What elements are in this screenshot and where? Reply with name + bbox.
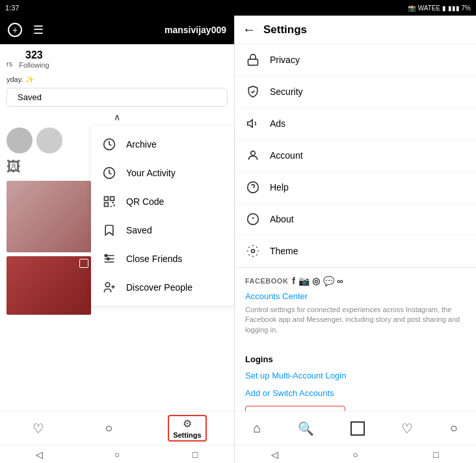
settings-gear-icon: ⚙ bbox=[183, 417, 192, 430]
menu-icon[interactable]: ☰ bbox=[31, 23, 46, 37]
settings-list: Privacy Security Ads Account bbox=[235, 44, 476, 411]
help-icon bbox=[245, 179, 261, 195]
menu-item-your-activity[interactable]: Your Activity bbox=[91, 159, 234, 187]
settings-title: Settings bbox=[263, 23, 307, 36]
story-circle-2[interactable] bbox=[36, 127, 62, 153]
right-panel: ← Settings Privacy Security Ads bbox=[235, 16, 476, 463]
nav-settings[interactable]: ⚙ Settings bbox=[168, 415, 206, 442]
settings-nav-label: Settings bbox=[173, 431, 201, 439]
settings-item-privacy[interactable]: Privacy bbox=[235, 44, 476, 76]
qr-code-label: QR Code bbox=[126, 196, 164, 207]
privacy-icon bbox=[245, 52, 261, 68]
left-top-icons: + ☰ bbox=[8, 23, 46, 37]
svg-rect-17 bbox=[248, 59, 258, 65]
ads-icon bbox=[245, 116, 261, 131]
svg-rect-2 bbox=[105, 197, 109, 201]
nav-profile[interactable]: ○ bbox=[445, 418, 463, 438]
svg-point-13 bbox=[107, 258, 109, 259]
menu-item-discover-people[interactable]: Discover People bbox=[91, 273, 234, 302]
svg-point-25 bbox=[252, 250, 255, 253]
archive-icon bbox=[101, 137, 117, 152]
nav-home[interactable]: ⌂ bbox=[248, 418, 266, 438]
svg-rect-3 bbox=[111, 197, 114, 201]
left-panel: + ☰ mansivijay009 rs 323 Following yday.… bbox=[0, 16, 234, 463]
heart-icon: ♡ bbox=[401, 421, 413, 436]
accounts-center-link[interactable]: Accounts Center bbox=[245, 291, 466, 301]
sys-back-btn-right[interactable]: ◁ bbox=[269, 448, 282, 461]
add-switch-accounts-link[interactable]: Add or Switch Accounts bbox=[245, 388, 466, 398]
reels-icon bbox=[350, 421, 365, 436]
your-activity-icon bbox=[101, 165, 117, 181]
discover-people-icon bbox=[101, 280, 117, 295]
logins-section: Logins Set up Multi-Account Login Add or… bbox=[235, 349, 476, 411]
new-post-icon[interactable]: + bbox=[8, 23, 22, 37]
sys-recents-btn-right[interactable]: □ bbox=[429, 448, 442, 461]
followers-partial: rs bbox=[7, 60, 12, 69]
bio-line: yday. ✨ bbox=[0, 74, 234, 85]
saved-button[interactable]: Saved bbox=[7, 88, 228, 107]
multi-account-login-link[interactable]: Set up Multi-Account Login bbox=[245, 371, 466, 380]
security-label: Security bbox=[270, 86, 303, 97]
logins-title: Logins bbox=[245, 354, 466, 364]
left-top-bar: + ☰ mansivijay009 bbox=[0, 16, 234, 44]
theme-label: Theme bbox=[270, 246, 298, 256]
username-label: mansivijay009 bbox=[165, 25, 226, 35]
archive-label: Archive bbox=[126, 139, 157, 150]
sys-home-button[interactable]: ○ bbox=[111, 448, 124, 461]
settings-item-theme[interactable]: Theme bbox=[235, 235, 476, 267]
chevron-up[interactable]: ∧ bbox=[0, 109, 234, 125]
following-number: 323 bbox=[25, 49, 43, 61]
menu-item-close-friends[interactable]: Close Friends bbox=[91, 245, 234, 273]
sys-recents-button[interactable]: □ bbox=[189, 448, 202, 461]
theme-icon bbox=[245, 243, 261, 259]
profile-photo-icon: 🖼 bbox=[7, 159, 21, 175]
about-icon bbox=[245, 211, 261, 227]
about-label: About bbox=[270, 214, 294, 224]
profile-image-2[interactable] bbox=[7, 256, 91, 315]
menu-item-qr-code[interactable]: QR Code bbox=[91, 187, 234, 216]
bottom-nav-right: ⌂ 🔍 ♡ ○ bbox=[235, 411, 476, 445]
settings-item-about[interactable]: About bbox=[235, 204, 476, 235]
nav-search[interactable]: 🔍 bbox=[293, 418, 319, 439]
settings-item-ads[interactable]: Ads bbox=[235, 108, 476, 140]
account-icon bbox=[245, 148, 261, 163]
help-label: Help bbox=[270, 182, 289, 192]
settings-item-account[interactable]: Account bbox=[235, 140, 476, 172]
nav-reels[interactable] bbox=[345, 419, 370, 438]
ads-label: Ads bbox=[270, 118, 285, 129]
facebook-section: FACEBOOK f 📷 ◎ 💬 ∞ Accounts Center Contr… bbox=[235, 267, 476, 349]
bottom-nav-left: ♡ ○ ⚙ Settings bbox=[0, 411, 234, 445]
following-stat: 323 Following bbox=[19, 49, 49, 69]
sys-home-btn-right[interactable]: ○ bbox=[349, 448, 362, 461]
saved-label: Saved bbox=[126, 225, 152, 235]
account-label: Account bbox=[270, 150, 303, 161]
nav-heart[interactable]: ♡ bbox=[27, 418, 49, 439]
facebook-icons: f 📷 ◎ 💬 ∞ bbox=[292, 276, 343, 286]
facebook-description: Control settings for connected experienc… bbox=[245, 305, 466, 335]
svg-rect-4 bbox=[105, 203, 109, 207]
story-circle-1[interactable] bbox=[7, 127, 33, 153]
settings-item-help[interactable]: Help bbox=[235, 172, 476, 204]
profile-stats: rs 323 Following bbox=[0, 44, 234, 74]
profile-image-1[interactable] bbox=[7, 181, 91, 252]
back-button[interactable]: ← bbox=[243, 22, 256, 37]
home-icon: ⌂ bbox=[253, 421, 261, 436]
nav-likes[interactable]: ♡ bbox=[396, 418, 418, 439]
logout-user-button[interactable]: Log Out mansivijay009 bbox=[245, 406, 345, 411]
security-icon bbox=[245, 84, 261, 99]
menu-item-saved[interactable]: Saved bbox=[91, 216, 234, 245]
left-spacer bbox=[0, 317, 234, 411]
search-icon: 🔍 bbox=[298, 421, 314, 436]
profile-icon: ○ bbox=[450, 421, 458, 436]
status-right-icons: 📸 WATEE ▮ ▮▮▮ 7% bbox=[408, 5, 471, 12]
sys-back-button[interactable]: ◁ bbox=[33, 448, 46, 461]
your-activity-label: Your Activity bbox=[126, 168, 176, 178]
settings-header: ← Settings bbox=[235, 16, 476, 44]
close-friends-label: Close Friends bbox=[126, 254, 182, 264]
svg-marker-18 bbox=[248, 120, 253, 127]
nav-circle[interactable]: ○ bbox=[99, 418, 118, 438]
menu-item-archive[interactable]: Archive bbox=[91, 130, 234, 159]
following-label: Following bbox=[19, 61, 49, 69]
saved-icon bbox=[101, 222, 117, 238]
settings-item-security[interactable]: Security bbox=[235, 76, 476, 108]
